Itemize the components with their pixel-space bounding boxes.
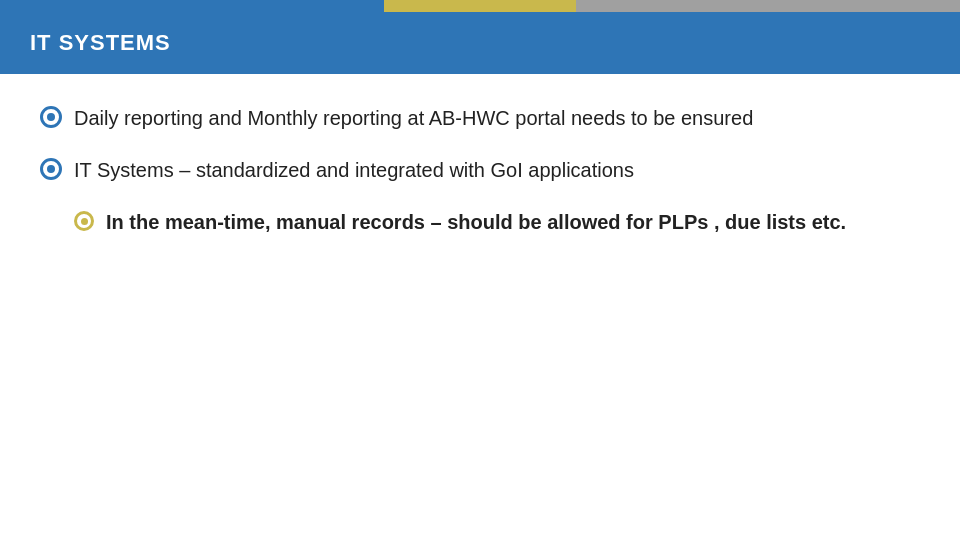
bullet-icon-1	[40, 106, 62, 128]
yellow-bar	[384, 0, 576, 12]
blue-bar	[0, 0, 384, 12]
bullet-icon-2	[40, 158, 62, 180]
slide-container: IT SYSTEMS Daily reporting and Monthly r…	[0, 0, 960, 540]
bullet-item-1: Daily reporting and Monthly reporting at…	[40, 104, 920, 132]
top-bars	[0, 0, 960, 12]
sub-bullet-icon-1	[74, 211, 94, 231]
gray-bar	[576, 0, 960, 12]
header-section: IT SYSTEMS	[0, 12, 960, 74]
slide-title: IT SYSTEMS	[30, 30, 171, 55]
bullet-item-2: IT Systems – standardized and integrated…	[40, 156, 920, 184]
content-area: Daily reporting and Monthly reporting at…	[0, 74, 960, 266]
bullet-text-2: IT Systems – standardized and integrated…	[74, 156, 920, 184]
sub-bullet-text-1: In the mean-time, manual records – shoul…	[106, 208, 920, 236]
bullet-text-1: Daily reporting and Monthly reporting at…	[74, 104, 920, 132]
sub-bullet-item-1: In the mean-time, manual records – shoul…	[40, 208, 920, 236]
